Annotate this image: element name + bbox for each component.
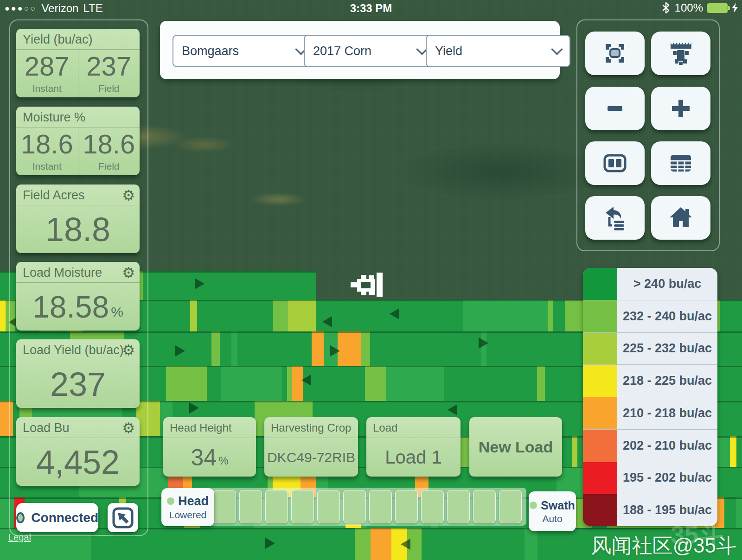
combine-view-button[interactable] [651, 32, 710, 75]
load-moisture-card: Load Moisture⚙ 18.58% [16, 262, 140, 331]
moisture-card: Moisture % 18.6Instant 18.6Field [16, 107, 140, 175]
load-yield-value: 237 [50, 368, 106, 401]
section-box [213, 490, 236, 523]
field-acres-title: Field Acres [23, 188, 85, 202]
harvesting-crop-card[interactable]: Harvesting Crop DKC49-72RIB [264, 417, 358, 477]
swath-state-label: Auto [542, 513, 562, 524]
legend-label: 232 - 240 bu/ac [617, 300, 717, 332]
moisture-field-value: 18.6 [83, 131, 135, 158]
moisture-field-label: Field [98, 161, 120, 172]
load-moisture-settings-gear-icon[interactable]: ⚙ [122, 262, 135, 284]
legend-label: 210 - 218 bu/ac [617, 397, 717, 429]
connected-button[interactable]: Connected [16, 503, 98, 532]
legend-color-swatch [583, 300, 617, 332]
moisture-instant-value: 18.6 [21, 131, 73, 158]
swap-layers-button[interactable] [585, 196, 645, 240]
swath-direction-arrow-icon [175, 345, 185, 356]
section-box [291, 490, 314, 523]
moisture-instant-label: Instant [32, 161, 62, 172]
yield-instant-label: Instant [32, 83, 62, 94]
legend-label: 195 - 202 bu/ac [617, 462, 717, 494]
field-acres-card: Field Acres⚙ 18.8 [16, 185, 140, 253]
app-root: ●●●○○ Verizon LTE 3:33 PM 100% Yield (bu… [0, 0, 742, 560]
load-bu-title: Load Bu [23, 421, 70, 435]
load-title: Load [366, 417, 461, 438]
combine-marker-icon [347, 261, 389, 300]
legend-color-swatch [583, 365, 617, 397]
legend-label: 218 - 225 bu/ac [617, 365, 717, 397]
legal-link[interactable]: Legal [8, 532, 31, 543]
legend-color-swatch [583, 494, 617, 526]
load-bu-settings-gear-icon[interactable]: ⚙ [122, 418, 135, 439]
swath-direction-arrow-icon [390, 308, 399, 319]
new-load-button[interactable]: New Load [469, 417, 562, 477]
section-box [499, 490, 522, 523]
head-height-unit: % [218, 454, 228, 467]
head-status-box[interactable]: Head Lowered [161, 488, 214, 526]
yield-card: Yield (bu/ac) 287Instant 237Field [16, 29, 140, 97]
watermark: 风闻社区@35斗 [591, 532, 736, 560]
status-bar: ●●●○○ Verizon LTE 3:33 PM 100% [0, 0, 742, 17]
split-view-button[interactable] [585, 141, 645, 185]
head-height-card: Head Height 34% [163, 417, 256, 477]
load-yield-settings-gear-icon[interactable]: ⚙ [122, 340, 135, 361]
load-value: Load 1 [385, 447, 441, 468]
swath-direction-arrow-icon [330, 345, 340, 356]
swath-direction-arrow-icon [265, 538, 275, 549]
head-state-label: Lowered [169, 509, 207, 521]
load-moisture-unit: % [111, 304, 123, 320]
section-box [343, 490, 366, 523]
harvesting-crop-title: Harvesting Crop [264, 417, 358, 438]
table-view-button[interactable] [651, 141, 710, 185]
clock-label: 3:33 PM [0, 2, 742, 15]
swath-label: Swath [541, 499, 575, 512]
chevron-down-icon [551, 43, 563, 55]
layer-dropdown[interactable]: Yield [426, 35, 570, 67]
new-load-label: New Load [479, 438, 553, 456]
section-box [421, 490, 444, 523]
focus-extent-button[interactable] [585, 32, 645, 75]
charging-bolt-icon [732, 3, 738, 13]
legend-row: 232 - 240 bu/ac [583, 300, 717, 333]
swath-status-box[interactable]: Swath Auto [529, 491, 576, 531]
load-bu-card: Load Bu⚙ 4,452 [16, 417, 140, 486]
section-box [447, 490, 470, 523]
connected-label: Connected [31, 510, 98, 525]
swath-direction-arrow-icon [322, 316, 332, 327]
swath-direction-arrow-icon [189, 402, 199, 414]
swath-status-dot-icon [530, 502, 537, 509]
battery-icon [707, 3, 728, 13]
minus-icon [600, 94, 630, 123]
home-icon [666, 203, 696, 233]
legend-color-swatch [583, 333, 617, 365]
field-acres-value: 18.8 [45, 213, 110, 246]
bluetooth-icon [661, 2, 671, 14]
load-bu-value: 4,452 [36, 445, 120, 479]
legend-row: 225 - 232 bu/ac [583, 333, 717, 365]
yield-field-value: 237 [86, 53, 131, 80]
layer-selector-bar: Bomgaars 2017 Corn Yield [160, 21, 560, 79]
swath-direction-arrow-icon [479, 337, 488, 349]
legend-row: 210 - 218 bu/ac [583, 397, 717, 430]
section-box [239, 490, 262, 523]
yield-instant-value: 287 [25, 53, 70, 80]
swath-direction-arrow-icon [448, 404, 457, 415]
pointer-arrow-button[interactable] [108, 503, 138, 532]
zoom-in-button[interactable] [651, 87, 710, 130]
swath-direction-arrow-icon [301, 375, 311, 386]
section-box [473, 490, 496, 523]
legend-label: 225 - 232 bu/ac [617, 333, 717, 365]
connection-status-dot-icon [16, 512, 25, 523]
load-card[interactable]: Load Load 1 [366, 417, 461, 477]
swap-layers-icon [600, 203, 630, 233]
farm-dropdown[interactable]: Bomgaars [173, 35, 314, 67]
field-acres-settings-gear-icon[interactable]: ⚙ [122, 185, 135, 206]
legend-row: 218 - 225 bu/ac [583, 365, 717, 397]
legend-color-swatch [583, 430, 617, 462]
home-button[interactable] [651, 196, 710, 240]
table-icon [666, 148, 696, 178]
zoom-out-button[interactable] [585, 87, 645, 130]
field-dropdown[interactable]: 2017 Corn [304, 35, 435, 67]
section-box [395, 490, 418, 523]
load-moisture-value: 18.58 [32, 292, 109, 322]
